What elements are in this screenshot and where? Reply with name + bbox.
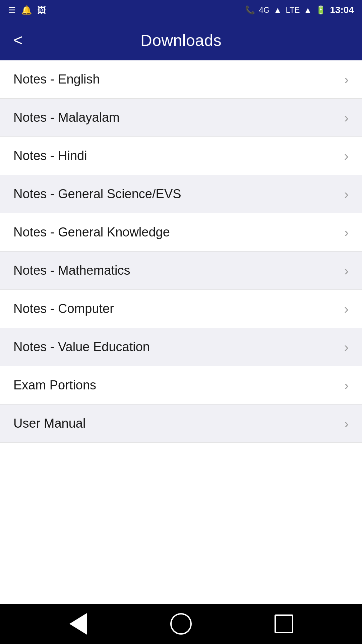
chevron-right-icon: › <box>344 187 349 201</box>
chevron-right-icon: › <box>344 302 349 316</box>
back-button[interactable]: < <box>13 30 28 51</box>
home-circle-icon <box>170 613 192 635</box>
list-item-label: Notes - Computer <box>13 302 114 316</box>
status-bar-left-icons: ☰ 🔔 🖼 <box>8 5 46 15</box>
nav-home-button[interactable] <box>168 610 194 637</box>
image-icon: 🖼 <box>37 5 46 15</box>
status-bar-right-icons: 📞 4G ▲ LTE ▲ 🔋 13:04 <box>245 5 354 15</box>
list-item[interactable]: User Manual› <box>0 405 362 443</box>
chevron-right-icon: › <box>344 417 349 430</box>
recents-square-icon <box>275 614 293 633</box>
bottom-navigation <box>0 604 362 644</box>
signal-bars2-icon: ▲ <box>304 5 312 15</box>
chevron-right-icon: › <box>344 340 349 354</box>
list-item[interactable]: Notes - General Knowledge› <box>0 213 362 252</box>
header: < Downloads <box>0 20 362 60</box>
list-item[interactable]: Notes - Value Education› <box>0 328 362 366</box>
lte-label: LTE <box>286 5 300 15</box>
list-item-label: Notes - Hindi <box>13 149 87 163</box>
chevron-right-icon: › <box>344 111 349 124</box>
downloads-list: Notes - English›Notes - Malayalam›Notes … <box>0 60 362 604</box>
back-triangle-icon <box>69 613 87 635</box>
list-item-label: User Manual <box>13 416 85 431</box>
list-item[interactable]: Notes - English› <box>0 60 362 99</box>
list-item-label: Notes - Mathematics <box>13 263 130 278</box>
clock: 13:04 <box>330 5 354 15</box>
phone-icon: 📞 <box>245 5 255 15</box>
list-item[interactable]: Exam Portions› <box>0 366 362 405</box>
list-item-label: Notes - Malayalam <box>13 110 120 125</box>
list-item[interactable]: Notes - Computer› <box>0 290 362 328</box>
notification-icon: 🔔 <box>21 5 32 15</box>
signal-bars-icon: ▲ <box>274 5 282 15</box>
message-icon: ☰ <box>8 5 16 15</box>
chevron-right-icon: › <box>344 73 349 86</box>
list-item[interactable]: Notes - Malayalam› <box>0 99 362 137</box>
list-item-label: Notes - General Science/EVS <box>13 187 181 201</box>
status-bar: ☰ 🔔 🖼 📞 4G ▲ LTE ▲ 🔋 13:04 <box>0 0 362 20</box>
chevron-right-icon: › <box>344 264 349 277</box>
page-title: Downloads <box>140 31 222 50</box>
chevron-right-icon: › <box>344 149 349 163</box>
nav-back-button[interactable] <box>65 610 92 637</box>
list-item-label: Notes - General Knowledge <box>13 225 170 239</box>
list-item-label: Exam Portions <box>13 378 96 392</box>
list-item-label: Notes - English <box>13 72 100 87</box>
chevron-right-icon: › <box>344 226 349 239</box>
list-item[interactable]: Notes - Hindi› <box>0 137 362 175</box>
list-item[interactable]: Notes - Mathematics› <box>0 252 362 290</box>
list-item[interactable]: Notes - General Science/EVS› <box>0 175 362 213</box>
chevron-right-icon: › <box>344 379 349 392</box>
battery-icon: 🔋 <box>316 5 326 15</box>
nav-recents-button[interactable] <box>270 610 297 637</box>
signal-4g-label: 4G <box>259 5 270 15</box>
list-item-label: Notes - Value Education <box>13 340 150 354</box>
